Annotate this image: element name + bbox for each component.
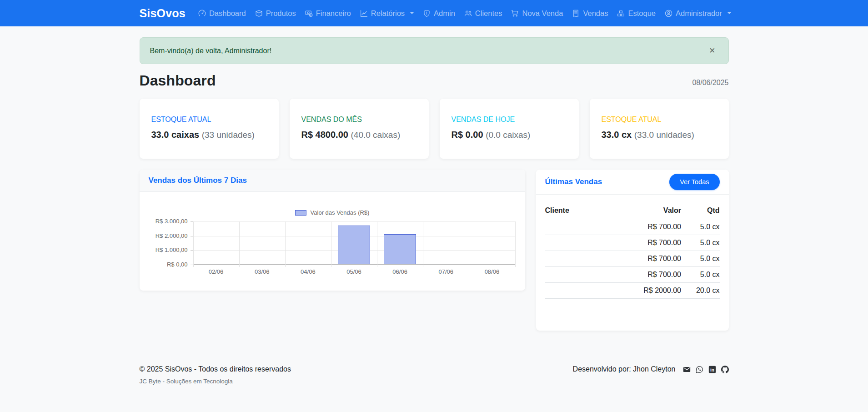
stat-card-detail: (33 unidades)	[202, 130, 255, 140]
cell-cliente	[545, 267, 612, 283]
receipt-icon	[572, 10, 580, 17]
x-axis-tick-label: 05/06	[331, 268, 377, 275]
latest-sales-header: Últimas Vendas Ver Todas	[536, 170, 729, 195]
stat-card-estoque-atual-3: ESTOQUE ATUAL33.0 cx (33.0 unidades)	[590, 99, 729, 159]
page-date: 08/06/2025	[692, 79, 728, 89]
chart-body: Valor das Vendas (R$)R$ 0,00R$ 1.000,00R…	[140, 192, 525, 291]
nav-item-estoque[interactable]: Estoque	[612, 5, 660, 21]
bar-05-06	[338, 226, 370, 265]
welcome-alert: Bem-vindo(a) de volta, Administrador! ✕	[140, 37, 729, 64]
alert-message: Bem-vindo(a) de volta, Administrador!	[150, 47, 272, 55]
chart-card-header: Vendas dos Últimos 7 Dias	[140, 170, 525, 192]
nav-item-label: Admin	[434, 9, 455, 18]
stat-card-label: VENDAS DO MÊS	[301, 116, 417, 124]
table-row: R$ 700.005.0 cx	[545, 235, 720, 251]
navbar: SisOvos DashboardProdutosFinanceiroRelat…	[0, 0, 868, 26]
svg-text:in: in	[710, 367, 714, 372]
latest-sales-title: Últimas Vendas	[545, 177, 602, 186]
nav-item-label: Clientes	[475, 9, 502, 18]
user-dropdown-toggle[interactable]: Administrador	[660, 5, 736, 21]
bar-chart: Valor das Vendas (R$)R$ 0,00R$ 1.000,00R…	[150, 209, 515, 275]
bar-06-06	[384, 234, 416, 265]
ver-todas-button[interactable]: Ver Todas	[669, 174, 719, 190]
cell-valor: R$ 700.00	[611, 267, 681, 283]
nav-item-vendas[interactable]: Vendas	[567, 5, 612, 21]
stat-card-estoque-atual-0: ESTOQUE ATUAL33.0 caixas (33 unidades)	[140, 99, 279, 159]
cell-qtd: 5.0 cx	[681, 267, 720, 283]
footer-left: © 2025 SisOvos - Todos os direitos reser…	[140, 365, 291, 385]
developer-credit: Desenvolvido por: Jhon Cleyton	[573, 365, 676, 373]
caret-down-icon	[728, 12, 731, 14]
person-circle-icon	[665, 10, 672, 17]
user-name: Administrador	[676, 9, 722, 18]
chart-title: Vendas dos Últimos 7 Dias	[149, 176, 247, 185]
sales-chart-card: Vendas dos Últimos 7 Dias Valor das Vend…	[140, 170, 525, 291]
cell-cliente	[545, 251, 612, 267]
y-axis-tick-label: R$ 1.000,00	[156, 246, 188, 253]
y-axis-tick-label: R$ 3.000,00	[156, 218, 188, 225]
shield-icon	[423, 10, 431, 17]
y-axis-tick-label: R$ 0,00	[167, 261, 188, 268]
main-row: Vendas dos Últimos 7 Dias Valor das Vend…	[140, 170, 729, 331]
close-icon[interactable]: ✕	[706, 46, 718, 55]
x-axis-tick-label: 06/06	[377, 268, 423, 275]
nav-item-relatorios[interactable]: Relatórios	[356, 5, 418, 21]
table-header-row: ClienteValorQtd	[545, 202, 720, 219]
legend-label: Valor das Vendas (R$)	[311, 209, 370, 216]
nav-item-clientes[interactable]: Clientes	[460, 5, 507, 21]
cell-cliente	[545, 283, 612, 299]
stat-card-value: R$ 4800.00	[301, 130, 348, 140]
whatsapp-icon[interactable]	[696, 366, 703, 373]
x-axis-tick-label: 04/06	[285, 268, 331, 275]
cell-valor: R$ 700.00	[611, 235, 681, 251]
stat-card-label: VENDAS DE HOJE	[452, 116, 567, 124]
main-content: Bem-vindo(a) de volta, Administrador! ✕ …	[0, 37, 868, 331]
cell-cliente	[545, 235, 612, 251]
latest-sales-card: Últimas Vendas Ver Todas ClienteValorQtd…	[536, 170, 729, 331]
user-menu: Administrador	[660, 5, 736, 21]
nav-item-admin[interactable]: Admin	[418, 5, 460, 21]
x-axis-tick-label: 02/06	[193, 268, 239, 275]
nav-menu: DashboardProdutosFinanceiroRelatóriosAdm…	[194, 5, 660, 21]
y-axis: R$ 0,00R$ 1.000,00R$ 2.000,00R$ 3.000,00	[150, 221, 193, 265]
company-credit: JC Byte - Soluções em Tecnologia	[140, 378, 291, 385]
people-icon	[464, 10, 472, 17]
table-row: R$ 2000.0020.0 cx	[545, 283, 720, 299]
nav-item-label: Dashboard	[209, 9, 246, 18]
stat-card-value: R$ 0.00	[452, 130, 483, 140]
x-axis-tick-label: 07/06	[423, 268, 469, 275]
nav-item-financeiro[interactable]: Financeiro	[301, 5, 356, 21]
nav-item-nova-venda[interactable]: Nova Venda	[507, 5, 567, 21]
stat-card-detail: (40.0 caixas)	[351, 130, 400, 140]
x-axis-tick-label: 08/06	[469, 268, 515, 275]
cell-valor: R$ 700.00	[611, 219, 681, 235]
linkedin-icon[interactable]: in	[708, 366, 716, 373]
nav-item-dashboard[interactable]: Dashboard	[194, 5, 251, 21]
nav-item-label: Financeiro	[316, 9, 351, 18]
stat-card-detail: (33.0 unidades)	[634, 130, 694, 140]
graph-up-icon	[360, 10, 368, 17]
stat-card-label: ESTOQUE ATUAL	[602, 116, 717, 124]
cell-qtd: 5.0 cx	[681, 235, 720, 251]
y-axis-tick-label: R$ 2.000,00	[156, 232, 188, 239]
footer: © 2025 SisOvos - Todos os direitos reser…	[0, 365, 868, 407]
brand-logo[interactable]: SisOvos	[140, 7, 186, 20]
stat-card-detail: (0.0 caixas)	[486, 130, 530, 140]
table-row: R$ 700.005.0 cx	[545, 219, 720, 235]
cash-coin-icon	[305, 10, 313, 17]
legend-swatch	[295, 210, 306, 216]
nav-item-label: Produtos	[266, 9, 296, 18]
boxes-icon	[617, 10, 625, 17]
caret-down-icon	[410, 12, 414, 14]
cell-qtd: 5.0 cx	[681, 219, 720, 235]
cart-icon	[511, 10, 519, 17]
footer-right: Desenvolvido por: Jhon Cleyton in	[573, 365, 729, 373]
table-row: R$ 700.005.0 cx	[545, 251, 720, 267]
page-title: Dashboard	[140, 72, 216, 89]
github-icon[interactable]	[721, 366, 729, 373]
nav-item-produtos[interactable]: Produtos	[251, 5, 301, 21]
chart-legend: Valor das Vendas (R$)	[150, 209, 515, 216]
stat-card-vendas-de-hoje-2: VENDAS DE HOJER$ 0.00 (0.0 caixas)	[440, 99, 579, 159]
email-icon[interactable]	[683, 366, 691, 373]
nav-item-label: Nova Venda	[522, 9, 563, 18]
